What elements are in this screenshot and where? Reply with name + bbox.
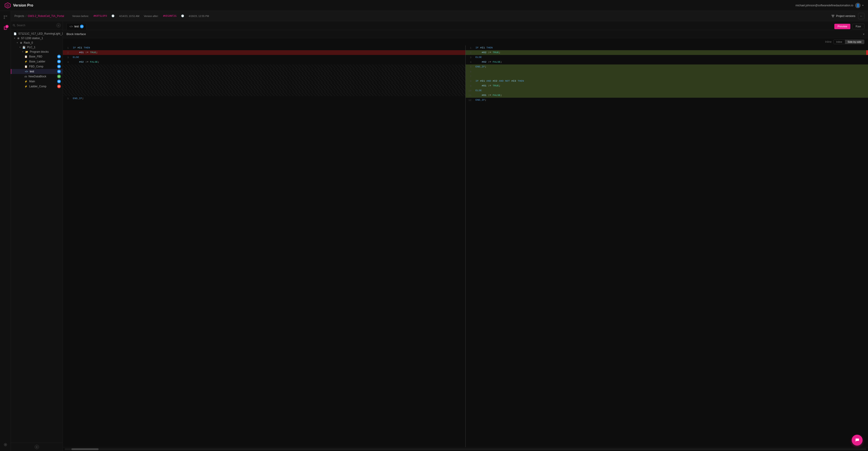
inline-label: Inline (825, 40, 832, 43)
fbd-icon: 📋 (24, 55, 28, 58)
line-content: #O1 := FALSE; (474, 93, 868, 98)
tree-item-fbd-comp[interactable]: 📋 FBD_Comp M (11, 64, 63, 69)
diff-line: 11 #O1 := FALSE; (466, 93, 868, 98)
files-badge: 1 (5, 25, 8, 28)
version-before-date: 4/14/23, 10:51 AM (119, 15, 139, 18)
search-input[interactable] (17, 24, 55, 27)
sidebar-item-git[interactable] (2, 13, 9, 21)
svg-line-11 (14, 26, 15, 27)
diff-line-empty (63, 78, 465, 83)
line-num: 8 (466, 79, 474, 84)
item-name: Program blocks (30, 50, 61, 53)
diff-line-empty (63, 73, 465, 78)
file-tree-panel: ‹ 📄 S71211C_V17_LED_RunningLight_1 ▼ 🖥 (11, 21, 63, 451)
tree-item-plc[interactable]: ▼ 💾 PLC_1 (11, 45, 63, 50)
svg-point-3 (6, 16, 7, 17)
tree-item-test[interactable]: </> test M (11, 69, 63, 74)
line-num: 7 (466, 74, 474, 79)
tree-search-bar: ‹ (11, 21, 63, 30)
navbar: Version Pro michael.johnson@softwaredefi… (0, 0, 868, 11)
station-icon: 🖥 (17, 37, 20, 39)
expand-button[interactable]: › (35, 445, 39, 449)
diff-line: 10 ELSE (466, 88, 868, 93)
scrollbar-thumb[interactable] (71, 448, 98, 450)
diff-line: 12 END_IF; (466, 98, 868, 102)
line-content: #O2 := TRUE; (474, 50, 868, 55)
sidebar-item-settings[interactable] (2, 441, 9, 448)
svg-point-4 (4, 18, 5, 19)
diff-line: 2 #O2 := TRUE; (466, 50, 868, 55)
code-icon: </> (25, 70, 28, 73)
versions-icon (831, 14, 835, 18)
diff-line-empty (63, 64, 465, 69)
tab-test[interactable]: </> test M (66, 23, 87, 30)
user-email: michael.johnson@softwaredefinedautomatio… (796, 4, 853, 7)
back-button[interactable]: ← (858, 13, 864, 19)
tree-item-base-ladder[interactable]: ⚡ Base_Ladder M (11, 59, 63, 64)
svg-point-10 (13, 24, 15, 26)
tree-item-main[interactable]: ⚡ Main M (11, 79, 63, 84)
line-content: #O1 := TRUE; (71, 50, 465, 55)
preview-button[interactable]: Preview (834, 24, 850, 29)
item-name: S7-1200 station_1 (21, 37, 61, 40)
line-content: END_IF; (474, 64, 868, 69)
rack-icon: 🖥 (20, 41, 22, 44)
datablock-badge: A (57, 74, 61, 78)
chat-icon (855, 438, 860, 443)
tab-actions: Preview Raw (834, 24, 864, 29)
tree-toggle-button[interactable]: ‹ (56, 23, 61, 28)
clock-icon-before: 🕐 (112, 14, 115, 18)
content-area: Projects / GW3-2_RobotCell_TIA_Portal Ve… (11, 11, 868, 451)
version-before-label: Version before: (72, 15, 89, 18)
item-name: Base_Ladder (29, 60, 56, 63)
block-interface[interactable]: Block Interface ▾ (63, 30, 868, 38)
diff-line: 5 END_IF; (63, 96, 465, 101)
item-name: NewDataBlock (29, 75, 56, 78)
navbar-right: michael.johnson@softwaredefinedautomatio… (796, 3, 864, 8)
chevron-icon: ▼ (16, 41, 18, 44)
version-after-date: 4/18/23, 12:55 PM (189, 15, 209, 18)
line-content: IF #I1 THEN (474, 46, 868, 50)
tree-item-s71211c[interactable]: 📄 S71211C_V17_LED_RunningLight_1 (11, 31, 63, 36)
tab-code-icon: </> (69, 25, 73, 28)
breadcrumb-current: GW3-2_RobotCell_TIA_Portal (28, 14, 64, 18)
plc-icon: 💾 (22, 46, 26, 49)
project-versions-label: Project versions (836, 14, 855, 18)
breadcrumb-projects[interactable]: Projects (14, 14, 24, 18)
line-num: 4 (63, 60, 71, 64)
diff-marker (866, 50, 868, 55)
user-avatar[interactable]: 👤 (855, 3, 861, 8)
tree-item-ladder-comp[interactable]: ⚡ Ladder_Comp D (11, 84, 63, 89)
tree-item-newdatablock[interactable]: 🗃 NewDataBlock A (11, 74, 63, 79)
diff-line: 2 #O1 := TRUE; (63, 50, 465, 55)
horizontal-scrollbar[interactable] (65, 448, 866, 450)
chat-bubble[interactable] (852, 435, 863, 446)
tree-item-base-fbd[interactable]: 📋 Base_FBD M (11, 54, 63, 59)
main-layout: 1 Projects / GW3-2_RobotCell_TIA_Portal … (0, 11, 868, 451)
tree-item-rack[interactable]: ▼ 🖥 Rack_0 (11, 40, 63, 45)
item-name: test (30, 70, 56, 73)
line-num: 5 (63, 96, 71, 101)
sidebyside-toggle[interactable]: Side-by-side (845, 40, 864, 44)
raw-button[interactable]: Raw (852, 24, 864, 29)
diff-right: 1 IF #I1 THEN 2 #O2 := TRUE; (466, 46, 868, 447)
line-num: 5 (466, 64, 474, 69)
version-before-tag: #K8TSLOFO (93, 14, 107, 18)
project-versions-button[interactable]: Project versions (831, 14, 855, 18)
diff-scrollbar-area (63, 447, 868, 451)
breadcrumb-sep: / (26, 14, 26, 18)
item-name: Main (29, 80, 56, 83)
diff-line: 3 ELSE (466, 55, 868, 60)
svg-point-2 (4, 16, 5, 17)
user-menu-chevron[interactable]: ▾ (862, 4, 864, 6)
sidebar-item-files[interactable]: 1 (2, 24, 9, 32)
main-icon: ⚡ (24, 80, 28, 83)
tree-item-program-blocks[interactable]: ▼ 📁 Program blocks (11, 50, 63, 54)
tree-item-station[interactable]: ▼ 🖥 S7-1200 station_1 (11, 36, 63, 40)
tree-bottom: › (11, 443, 63, 451)
diff-line: 7 (466, 74, 868, 79)
diff-line-empty (63, 69, 465, 73)
line-content: END_IF; (71, 96, 465, 101)
diff-view-options: Inline Inline Side-by-side (63, 38, 868, 46)
inline-toggle[interactable]: Inline (834, 40, 845, 44)
